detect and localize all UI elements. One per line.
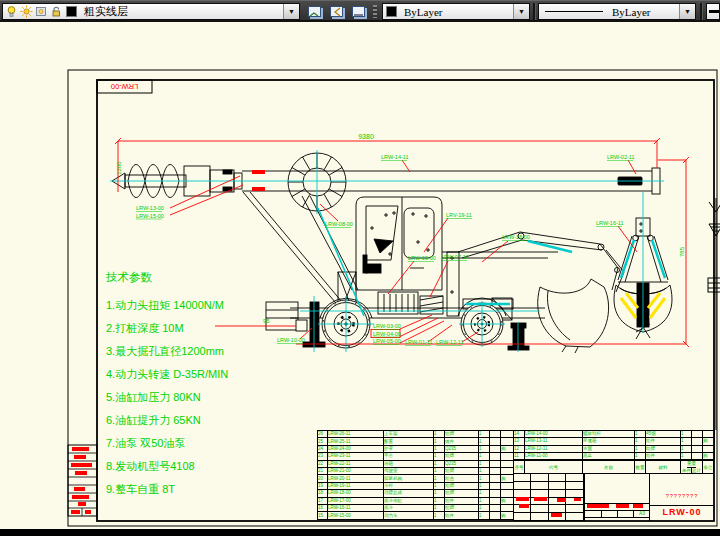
bom-row: 23LRW-23-11平台 1组焊1 xyxy=(318,453,514,460)
tech-note-item: 8.发动机型号4108 xyxy=(106,455,281,478)
part-label: LRW-15-00 xyxy=(136,213,164,219)
corner-label: LRW-00 xyxy=(111,82,138,91)
color-swatch xyxy=(386,6,397,17)
tech-notes-title: 技术参数 xyxy=(106,270,281,285)
technical-notes: 技术参数 1.动力头扭矩 14000N/M2.打桩深度 10M3.最大掘孔直径1… xyxy=(106,270,281,501)
bom-row: 15LRW-15-00动力头 1组件1 购 xyxy=(318,512,514,520)
company-name: ???????? xyxy=(650,493,714,499)
part-label: LRW-13-00 xyxy=(136,205,164,211)
bom-row: 22LRW-22-11油箱 1Q2351 xyxy=(318,460,514,467)
linetype-dropdown-arrow[interactable]: ▼ xyxy=(679,4,695,19)
bom-row: 17LRW-17-00抓斗油缸 1组件1 购 xyxy=(318,497,514,504)
signature-mark xyxy=(633,504,643,508)
bom-row: 26LRW-26-11上车架 1组焊1 xyxy=(318,431,514,438)
part-label: LRW-14-11 xyxy=(381,154,409,160)
signature-mark xyxy=(574,498,581,501)
part-label: LRW-16-11 xyxy=(596,220,624,226)
part-label: LRV-19-11 xyxy=(446,212,472,218)
signature-mark xyxy=(519,504,529,508)
bom-header-total: 总计 xyxy=(692,468,701,474)
dim-overall-length: 9380 xyxy=(358,133,374,140)
part-label: LRW-18-00 xyxy=(502,234,530,240)
tech-note-item: 1.动力头扭矩 14000N/M xyxy=(106,294,281,317)
signature-mark xyxy=(516,497,529,501)
signature-mark xyxy=(616,504,629,508)
layer-previous-icon[interactable] xyxy=(328,4,346,19)
part-label: LRW-09-00 xyxy=(408,255,436,261)
window-edge xyxy=(0,529,720,536)
bom-row: 12LRW-12-11支腿 1组焊1 xyxy=(514,445,715,452)
bom-table-right: 14LRW-14-00螺旋钻杆 145钢1 13LRW-13-11变速箱 1组件… xyxy=(513,430,715,460)
layer-combo[interactable]: 粗实线层 ▼ xyxy=(2,3,300,20)
bom-header-mat: 材料 xyxy=(646,461,681,473)
bom-row: 13LRW-13-11变速箱 1组件1 购 xyxy=(514,438,715,445)
signature-mark xyxy=(534,497,547,501)
bom-header-code: 代号 xyxy=(525,461,583,473)
tech-note-item: 5.油缸加压力 80KN xyxy=(106,386,281,409)
sheet-size: A3 xyxy=(634,509,650,517)
color-dropdown-arrow[interactable]: ▼ xyxy=(513,4,529,19)
lineweight-combo[interactable] xyxy=(706,3,720,20)
bom-header-remark: 备注 xyxy=(703,461,713,473)
part-label: LRW-02-11 xyxy=(607,154,635,160)
sun-icon[interactable] xyxy=(20,5,33,18)
part-label: LRW-01-11 xyxy=(405,339,433,345)
part-label: LRW-04-00 xyxy=(373,331,401,337)
tech-note-item: 7.油泵 双50油泵 xyxy=(106,432,281,455)
drawing-number: LRW-00 xyxy=(650,507,714,517)
layer-name: 粗实线层 xyxy=(80,4,283,19)
tech-note-item: 2.打桩深度 10M xyxy=(106,317,281,340)
bom-header: 序号 代号 名称 数量 材料 重量 单件总计 备注 xyxy=(513,460,714,474)
title-block: ???????? LRW-00 A3 xyxy=(513,474,714,521)
bom-row: 16LRW-16-11抓斗 1组焊1 xyxy=(318,505,514,512)
cad-application-window: { "toolbar": { "layer_controls": { "laye… xyxy=(0,0,720,536)
linetype-preview xyxy=(545,11,603,12)
tech-note-item: 9.整车自重 8T xyxy=(106,478,281,501)
bom-row: 24LRW-24-00护罩 1Q2351 购 xyxy=(318,445,514,452)
layer-dropdown-arrow[interactable]: ▼ xyxy=(283,4,299,19)
tech-note-item: 3.最大掘孔直径1200mm xyxy=(106,340,281,363)
part-label: LRW-07-11 xyxy=(441,254,469,260)
layer-color-swatch xyxy=(66,6,77,17)
bom-row: 11LRW-11-00底盘 1组件1 购 xyxy=(514,452,715,459)
bom-row: 14LRW-14-00螺旋钻杆 145钢1 xyxy=(514,431,715,438)
dim-overall-height: 785 xyxy=(679,246,685,257)
part-label: LRW-05-00 xyxy=(373,338,401,344)
bom-header-weight: 重量 xyxy=(687,461,696,468)
part-label: LRW-08-00 xyxy=(325,221,353,227)
part-label: LRW-03-00 xyxy=(373,323,401,329)
signature-mark xyxy=(587,504,609,508)
layer-states-icon[interactable] xyxy=(350,4,368,19)
part-label: LRW-10-00 xyxy=(277,337,305,343)
toolbar-separator xyxy=(533,3,536,20)
bom-row: 21LRW-21-00驾驶室 1组焊1 xyxy=(318,468,514,475)
bom-header-unit: 单件 xyxy=(682,468,692,474)
bom-row: 19LRW-19-11斗杆 1组焊1 xyxy=(318,482,514,489)
bom-header-qty: 数量 xyxy=(635,461,646,473)
lightbulb-icon[interactable] xyxy=(5,5,18,18)
toolbar-separator-2 xyxy=(700,3,703,20)
bom-row: 25LRW-25-11配重 1铸件1 xyxy=(318,438,514,445)
top-toolbar: 粗实线层 ▼ ByLayer ▼ ByLayer ▼ xyxy=(0,0,720,22)
color-combo[interactable]: ByLayer ▼ xyxy=(382,3,530,20)
signature-mark xyxy=(551,513,562,517)
unlock-icon[interactable] xyxy=(50,5,63,18)
linetype-value: ByLayer xyxy=(608,6,679,18)
tech-note-item: 6.油缸提升力 65KN xyxy=(106,409,281,432)
part-label: LRW-12-11 xyxy=(436,339,464,345)
linetype-combo[interactable]: ByLayer ▼ xyxy=(538,3,696,20)
revision-marks xyxy=(71,447,92,514)
bom-table-left: 26LRW-26-11上车架 1组焊1 25LRW-25-11配重 1铸件1 2… xyxy=(317,430,514,520)
lineweight-preview xyxy=(709,10,719,13)
viewport-freeze-icon[interactable] xyxy=(35,5,48,18)
signature-mark xyxy=(557,498,566,502)
color-value: ByLayer xyxy=(400,6,513,18)
bom-header-seq: 序号 xyxy=(514,461,525,473)
title-right-block: ???????? LRW-00 xyxy=(650,474,714,521)
tech-note-item: 4.动力头转速 D-35R/MIN xyxy=(106,363,281,386)
bom-row: 20LRW-20-11操纵机构 1组合1 购 xyxy=(318,475,514,482)
bom-row: 18LRW-18-00动臂总成 1组焊1 xyxy=(318,490,514,497)
bom-header-name: 名称 xyxy=(583,461,635,473)
layer-properties-icon[interactable] xyxy=(306,4,324,19)
toolbar-grip[interactable] xyxy=(373,5,377,18)
